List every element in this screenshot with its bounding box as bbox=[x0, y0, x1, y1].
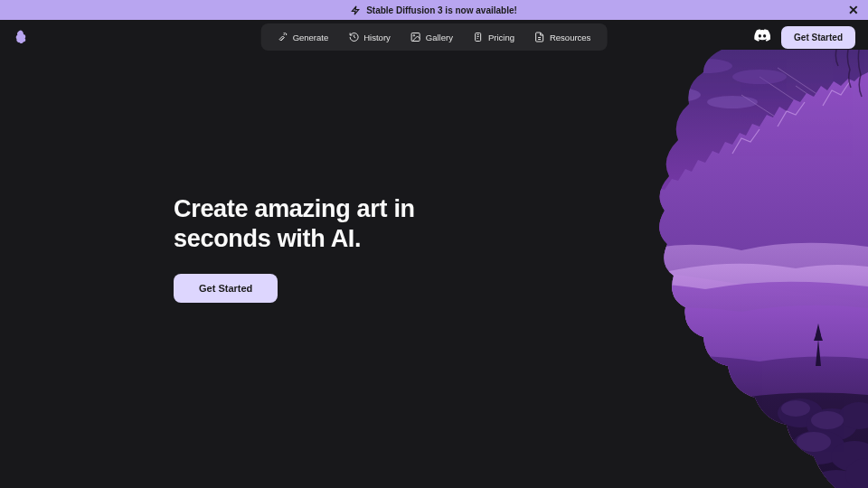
nav-label: Gallery bbox=[426, 33, 453, 42]
nav-label: Pricing bbox=[488, 33, 514, 42]
logo[interactable] bbox=[13, 29, 29, 45]
svg-point-22 bbox=[461, 462, 524, 488]
svg-point-11 bbox=[678, 59, 732, 73]
svg-point-1 bbox=[413, 35, 415, 37]
svg-point-37 bbox=[797, 432, 831, 452]
svg-point-21 bbox=[538, 440, 574, 464]
header-right: Get Started bbox=[754, 26, 855, 49]
svg-point-20 bbox=[496, 446, 543, 476]
nav-label: Generate bbox=[293, 33, 329, 42]
discord-icon[interactable] bbox=[754, 27, 770, 47]
hero-title-line2: seconds with AI. bbox=[174, 225, 361, 252]
get-started-hero-button[interactable]: Get Started bbox=[174, 274, 278, 303]
svg-point-13 bbox=[732, 70, 787, 84]
svg-point-14 bbox=[538, 90, 619, 108]
nav-label: Resources bbox=[550, 33, 590, 42]
hero-artwork bbox=[416, 50, 868, 488]
svg-point-24 bbox=[481, 411, 514, 429]
nav-pill: Generate History Gallery Pricing bbox=[261, 23, 608, 51]
banner-text: Stable Diffusion 3 is now available! bbox=[366, 5, 517, 15]
nav-pricing[interactable]: Pricing bbox=[464, 27, 524, 47]
nav-gallery[interactable]: Gallery bbox=[401, 27, 462, 47]
lightning-icon bbox=[351, 5, 361, 15]
svg-point-16 bbox=[707, 96, 758, 108]
nav-generate[interactable]: Generate bbox=[269, 27, 338, 47]
hero-title-line1: Create amazing art in bbox=[174, 195, 415, 222]
get-started-header-button[interactable]: Get Started bbox=[781, 26, 855, 49]
svg-point-36 bbox=[811, 411, 844, 429]
nav-label: History bbox=[363, 33, 391, 42]
announcement-banner: Stable Diffusion 3 is now available! ✕ bbox=[0, 0, 868, 20]
svg-point-8 bbox=[552, 61, 642, 83]
hero-title: Create amazing art in seconds with AI. bbox=[174, 194, 415, 254]
hero-section: Create amazing art in seconds with AI. G… bbox=[0, 54, 868, 488]
svg-point-32 bbox=[774, 456, 817, 483]
svg-point-26 bbox=[458, 430, 494, 450]
svg-point-15 bbox=[637, 87, 701, 103]
svg-point-12 bbox=[470, 81, 542, 99]
svg-point-9 bbox=[615, 61, 687, 79]
svg-point-17 bbox=[476, 408, 527, 441]
close-icon[interactable]: ✕ bbox=[848, 4, 859, 16]
svg-point-23 bbox=[517, 476, 568, 488]
nav-resources[interactable]: Resources bbox=[525, 27, 599, 47]
svg-point-25 bbox=[516, 422, 542, 436]
nav-history[interactable]: History bbox=[339, 27, 400, 47]
svg-point-18 bbox=[514, 420, 553, 447]
hero-text: Create amazing art in seconds with AI. G… bbox=[174, 194, 415, 303]
svg-point-19 bbox=[450, 427, 508, 464]
svg-point-35 bbox=[781, 400, 810, 417]
svg-point-10 bbox=[515, 69, 579, 85]
